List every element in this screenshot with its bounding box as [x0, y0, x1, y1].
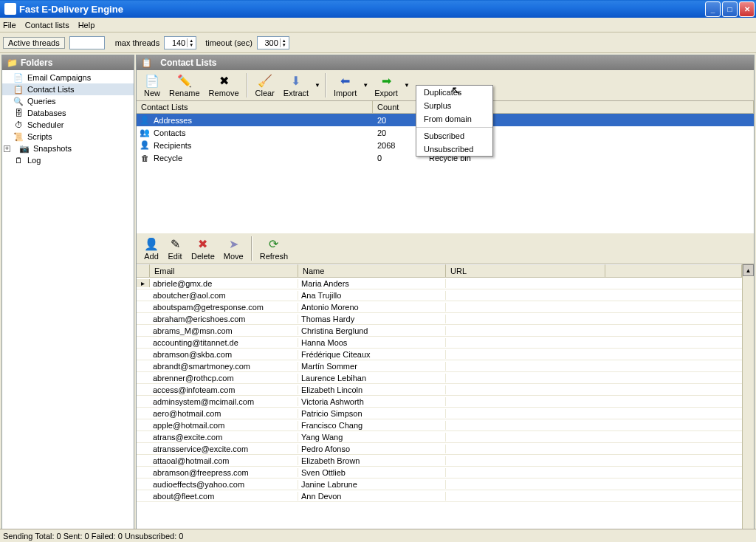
- folders-header: 📁Folders: [2, 55, 134, 70]
- email-row[interactable]: audioeffects@yahoo.comJanine Labrune: [137, 478, 742, 490]
- email-row[interactable]: attaoal@hotmail.comElizabeth Brown: [137, 455, 742, 467]
- sidebar-item-snapshots[interactable]: +📷Snapshots: [2, 143, 134, 154]
- email-row[interactable]: abramson@skba.comFrédérique Citeaux: [137, 349, 742, 360]
- folder-item-icon: 📜: [13, 131, 24, 142]
- new-button[interactable]: 📄New: [140, 72, 165, 99]
- edit-button[interactable]: ✎Edit: [163, 235, 187, 262]
- move-button[interactable]: ➤Move: [219, 235, 248, 262]
- email-cell: abramson@skba.com: [150, 350, 298, 359]
- extract-menu: Duplicates Surplus From domain Subscribe…: [416, 85, 493, 157]
- email-row[interactable]: abrams_M@msn.comChristina Berglund: [137, 325, 742, 337]
- email-cell: aboutcher@aol.com: [150, 291, 298, 300]
- export-dropdown-arrow[interactable]: ▼: [402, 82, 411, 89]
- extract-unsubscribed[interactable]: Unsubscribed: [416, 143, 492, 156]
- name-cell: Martín Sommer: [298, 362, 446, 371]
- name-cell: Laurence Lebihan: [298, 374, 446, 383]
- folder-item-icon: 📋: [13, 84, 24, 95]
- list-icon: 📋: [141, 58, 152, 68]
- menu-contact-lists[interactable]: Contact lists: [25, 21, 69, 30]
- folder-item-label: Email Campaigns: [27, 73, 91, 82]
- col-name[interactable]: Name: [298, 264, 446, 277]
- extract-surplus[interactable]: Surplus: [416, 99, 492, 112]
- email-row[interactable]: aero@hotmail.comPatricio Simpson: [137, 408, 742, 419]
- max-threads-label: max threads: [115, 38, 160, 47]
- menu-file[interactable]: File: [3, 21, 16, 30]
- contact-list-name: Recycle: [154, 154, 182, 162]
- add-button[interactable]: 👤Add: [140, 235, 163, 262]
- max-threads-input[interactable]: [165, 38, 187, 47]
- email-cell: adminsystem@mcimail.com: [150, 397, 298, 406]
- email-row[interactable]: about@fleet.comAnn Devon: [137, 490, 742, 502]
- col-email[interactable]: Email: [150, 264, 298, 277]
- sidebar-item-queries[interactable]: 🔍Queries: [2, 95, 134, 107]
- delete-label: Delete: [191, 252, 215, 261]
- email-row[interactable]: atransservice@excite.comPedro Afonso: [137, 443, 742, 455]
- sidebar-item-scheduler[interactable]: ⏱Scheduler: [2, 119, 134, 131]
- email-row[interactable]: accounting@titannet.deHanna Moos: [137, 337, 742, 349]
- folder-item-label: Scripts: [27, 132, 52, 141]
- separator: [247, 73, 248, 97]
- email-row[interactable]: adminsystem@mcimail.comVictoria Ashworth: [137, 396, 742, 408]
- minimize-button[interactable]: _: [705, 1, 721, 17]
- refresh-label: Refresh: [260, 252, 289, 261]
- extract-from-domain[interactable]: From domain: [416, 112, 492, 126]
- max-threads-spin[interactable]: ▲▼: [164, 36, 196, 49]
- email-row[interactable]: aboutcher@aol.comAna Trujillo: [137, 289, 742, 301]
- timeout-input[interactable]: [258, 38, 280, 47]
- scroll-up-button[interactable]: ▲: [743, 264, 754, 276]
- folders-title: Folders: [21, 58, 52, 68]
- rename-button[interactable]: ✏️Rename: [165, 72, 205, 99]
- extract-duplicates[interactable]: Duplicates: [416, 86, 492, 99]
- name-cell: Thomas Hardy: [298, 315, 446, 323]
- contacts-toolbar: 👤Add ✎Edit ✖Delete ➤Move ⟳Refresh: [137, 233, 754, 264]
- remove-button[interactable]: ✖Remove: [205, 72, 244, 99]
- email-row[interactable]: abramson@freepress.comSven Ottlieb: [137, 467, 742, 478]
- scroll-track[interactable]: [743, 276, 754, 534]
- email-row[interactable]: abrandt@smartmoney.comMartín Sommer: [137, 360, 742, 372]
- email-row[interactable]: abraham@ericshoes.comThomas Hardy: [137, 313, 742, 325]
- sidebar-item-contact-lists[interactable]: 📋Contact Lists: [2, 83, 134, 95]
- menu-help[interactable]: Help: [78, 21, 95, 30]
- clear-icon: 🧹: [258, 73, 272, 88]
- refresh-button[interactable]: ⟳Refresh: [255, 235, 293, 262]
- timeout-spin[interactable]: ▲▼: [257, 36, 289, 49]
- extract-label: Extract: [284, 89, 309, 97]
- folder-icon: 📁: [7, 58, 18, 68]
- new-icon: 📄: [145, 73, 159, 88]
- refresh-icon: ⟳: [267, 236, 281, 251]
- import-button[interactable]: ⬅Import: [329, 72, 361, 99]
- sidebar-item-email-campaigns[interactable]: 📄Email Campaigns: [2, 72, 134, 83]
- email-row[interactable]: access@infoteam.comElizabeth Lincoln: [137, 384, 742, 396]
- status-text: Sending Total: 0 Sent: 0 Failed: 0 Unsub…: [3, 532, 183, 541]
- sidebar-item-databases[interactable]: 🗄Databases: [2, 107, 134, 119]
- email-cell: aero@hotmail.com: [150, 409, 298, 418]
- col-contact-lists[interactable]: Contact Lists: [137, 101, 373, 113]
- email-row[interactable]: apple@hotmail.comFrancisco Chang: [137, 419, 742, 431]
- clear-button[interactable]: 🧹Clear: [251, 72, 279, 99]
- email-row[interactable]: atrans@excite.comYang Wang: [137, 431, 742, 443]
- extract-dropdown-arrow[interactable]: ▼: [313, 82, 322, 89]
- email-row[interactable]: aboutspam@getresponse.comAntonio Moreno: [137, 301, 742, 313]
- name-cell: Francisco Chang: [298, 421, 446, 430]
- import-dropdown-arrow[interactable]: ▼: [361, 82, 370, 89]
- delete-button[interactable]: ✖Delete: [187, 235, 219, 262]
- extract-button[interactable]: ⬇Extract: [279, 72, 313, 99]
- extract-subscribed[interactable]: Subscribed: [416, 129, 492, 143]
- folder-item-label: Scheduler: [27, 120, 64, 129]
- email-row[interactable]: abrenner@rothcp.comLaurence Lebihan: [137, 372, 742, 384]
- maximize-button[interactable]: □: [722, 1, 738, 17]
- spinner-arrows-icon[interactable]: ▲▼: [187, 38, 195, 47]
- folder-item-icon: 🗄: [13, 108, 24, 118]
- close-button[interactable]: ✕: [739, 1, 755, 17]
- sidebar-item-log[interactable]: 🗒Log: [2, 154, 134, 166]
- email-cell: atrans@excite.com: [150, 433, 298, 442]
- export-button[interactable]: ➡Export: [370, 72, 402, 99]
- expand-icon[interactable]: +: [4, 145, 10, 152]
- sidebar-item-scripts[interactable]: 📜Scripts: [2, 131, 134, 143]
- email-row[interactable]: ▸abriele@gmx.deMaria Anders: [137, 278, 742, 289]
- vertical-scrollbar[interactable]: ▲ ▼: [742, 264, 754, 542]
- col-url[interactable]: URL: [446, 264, 605, 277]
- spinner-arrows-icon[interactable]: ▲▼: [280, 38, 288, 47]
- contact-list-name: Addresses: [154, 116, 192, 125]
- menu-bar: File Contact lists Help: [0, 18, 756, 32]
